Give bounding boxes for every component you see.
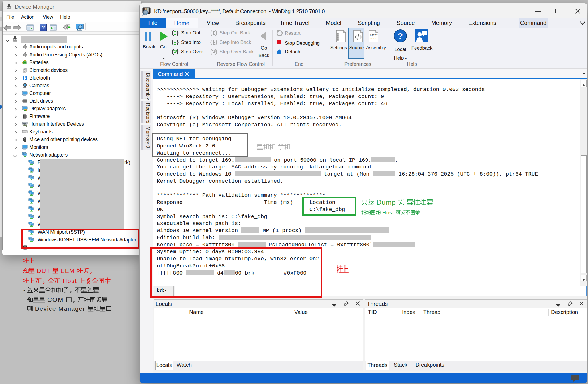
svg-text:OIIOI: OIIOI xyxy=(370,34,378,37)
svg-text:IOIOI: IOIOI xyxy=(370,37,378,40)
